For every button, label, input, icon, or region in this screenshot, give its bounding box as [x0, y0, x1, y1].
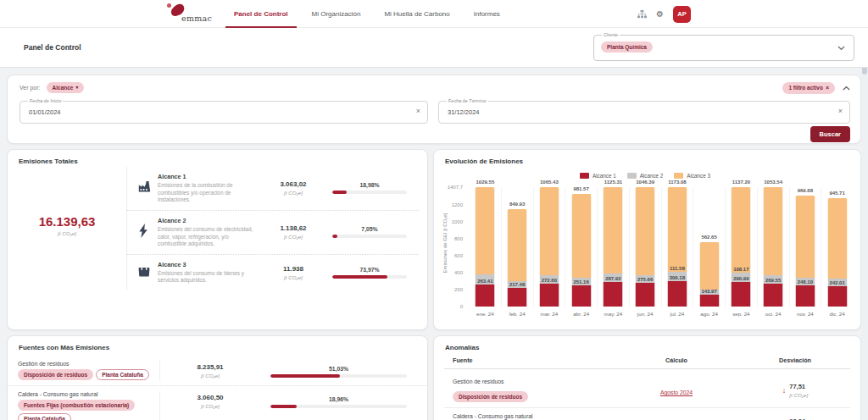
- arrow-down-icon: ↓: [782, 386, 787, 395]
- x-axis-label: oct. 24: [765, 311, 782, 317]
- scope-filter-chip[interactable]: Alcance ▾: [47, 82, 85, 93]
- tab-mi-huella-de-carbono[interactable]: Mi Huella de Carbono: [372, 0, 461, 28]
- active-filter-chip[interactable]: 1 filtro activo ×: [782, 82, 835, 94]
- alcance1-segment: [732, 282, 751, 307]
- source-unit: [t CO₂e]: [160, 403, 260, 409]
- x-axis-label: ago. 24: [700, 311, 718, 317]
- scope-name: Alcance 3: [158, 261, 256, 268]
- x-axis-label: may. 24: [604, 311, 623, 317]
- legend-swatch: [580, 173, 589, 179]
- tab-panel-de-control[interactable]: Panel de Control: [222, 0, 300, 28]
- y-tick: 1200: [452, 202, 463, 207]
- start-date-value: 01/01/2024: [29, 108, 61, 116]
- scope-row: Alcance 2Emisiones del consumo de electr…: [127, 210, 419, 254]
- segment-label: 272.60: [542, 278, 557, 283]
- alcance1-segment: [636, 283, 655, 307]
- anomaly-deviation-cell: ↓77,51[t CO₂e]: [740, 383, 850, 398]
- scope-unit: [t CO₂e]: [261, 234, 326, 240]
- bar-top-label: 1125.31: [604, 180, 622, 185]
- alcance1-segment: [604, 282, 623, 307]
- source-value-block: 3.060,50[t CO₂e]: [160, 391, 260, 420]
- page-header: Panel de Control Cliente Planta Química: [0, 28, 868, 68]
- stacked-bar: [699, 242, 719, 307]
- scope-value: 1.138,62: [261, 224, 326, 232]
- legend-item: Alcance 1: [580, 173, 616, 179]
- close-icon[interactable]: ×: [826, 84, 829, 92]
- scope-text: Alcance 3Emisiones del consumo de bienes…: [158, 261, 261, 285]
- stacked-bar: [764, 187, 783, 307]
- anomaly-calc-link[interactable]: Agosto 2024: [660, 390, 693, 395]
- start-date-label: Fecha de Inicio: [28, 98, 63, 104]
- chart-month-column: 251.16981.57abr. 24: [565, 187, 597, 307]
- clear-end-date-icon[interactable]: ×: [838, 107, 843, 115]
- scope-row: Alcance 1Emisiones de la combustión de c…: [127, 167, 419, 210]
- segment-label: 275.66: [637, 277, 653, 282]
- x-axis-label: nov. 24: [797, 311, 814, 317]
- alcance3-segment: [539, 187, 559, 275]
- bar-top-label: 562.65: [701, 235, 716, 240]
- progress-track: [332, 235, 407, 238]
- scope-description: Emisiones del consumo de bienes y servic…: [158, 270, 256, 285]
- collapse-chevron-up-icon[interactable]: [843, 86, 850, 91]
- deviation-value: 77,51: [789, 383, 808, 390]
- anomalies-title: Anomalías: [445, 344, 479, 351]
- search-button[interactable]: Buscar: [810, 126, 850, 142]
- chevron-down-icon[interactable]: [837, 46, 845, 51]
- filter-panel: Ver por: Alcance ▾ 1 filtro activo × Fec…: [7, 75, 861, 144]
- client-select[interactable]: Cliente Planta Química: [593, 35, 854, 61]
- source-tag-chip: Planta Cataluña: [96, 369, 149, 380]
- scope-rows: Alcance 1Emisiones de la combustión de c…: [126, 167, 419, 290]
- scope-text: Alcance 2Emisiones del consumo de electr…: [158, 217, 261, 248]
- segment-label: 143.97: [701, 289, 716, 294]
- start-date-field[interactable]: Fecha de Inicio 01/01/2024 ×: [19, 101, 428, 124]
- end-date-field[interactable]: Fecha de Término 31/12/2024 ×: [438, 101, 850, 124]
- settings-gear-icon[interactable]: ⚙: [656, 10, 664, 19]
- top-right-icons: ⚙ AP: [637, 0, 691, 28]
- progress-fill: [270, 374, 340, 378]
- alcance3-segment: [827, 198, 847, 279]
- x-axis-label: sep. 24: [732, 311, 749, 317]
- clear-start-date-icon[interactable]: ×: [416, 107, 420, 115]
- progress-fill: [332, 191, 347, 194]
- segment-label: 290.99: [733, 276, 748, 281]
- tab-informes[interactable]: Informes: [462, 0, 512, 28]
- grand-total-value: 16.139,63: [39, 214, 96, 229]
- anomalies-table-header: Fuente Cálculo Desviación: [444, 356, 850, 369]
- source-rows: Gestión de residuosDisposición de residu…: [8, 356, 427, 420]
- scope-value: 11.938: [261, 265, 326, 273]
- chart-month-column: 300.18111.581173.08jul. 24: [661, 187, 693, 307]
- bar-top-label: 1046.39: [636, 180, 654, 185]
- source-tag-chip: Planta Cataluña: [18, 413, 71, 420]
- bar-top-label: 981.57: [573, 186, 588, 191]
- scope-description: Emisiones de la combustión de combustibl…: [158, 182, 256, 204]
- scope-value: 3.063,02: [261, 180, 326, 188]
- source-percent: 51,03%: [270, 366, 407, 372]
- stacked-bar: [732, 187, 751, 307]
- legend-swatch: [627, 173, 637, 179]
- header-calc: Cálculo: [613, 356, 740, 364]
- y-tick: 1000: [452, 219, 463, 224]
- alcance1-segment: [571, 285, 591, 307]
- x-axis-label: jun. 24: [637, 311, 654, 317]
- bar-top-label: 1053.54: [764, 180, 782, 185]
- chart-title: Evolución de Emisiones: [445, 158, 523, 165]
- org-chart-icon[interactable]: [637, 7, 647, 22]
- tab-mi-organización[interactable]: Mi Organización: [300, 0, 373, 28]
- stacked-bar: [604, 187, 623, 307]
- progress-track: [270, 374, 407, 378]
- y-tick: 600: [454, 253, 463, 258]
- segment-label: 108.17: [733, 267, 748, 272]
- y-tick: 200: [454, 287, 463, 292]
- progress-track: [332, 275, 407, 279]
- anomaly-calc-cell: Agosto 2024: [613, 383, 740, 398]
- user-avatar[interactable]: AP: [673, 6, 691, 23]
- scope-name: Alcance 1: [158, 173, 256, 180]
- brand-name: emmac: [181, 14, 212, 23]
- chart-month-column: 263.411029.55ene. 24: [470, 187, 501, 307]
- scope-progress: 7,05%: [326, 226, 419, 238]
- segment-label: 251.16: [573, 279, 588, 285]
- segment-label: 269.55: [765, 278, 781, 283]
- source-name-block: Caldera - Consumo gas naturalFuentes Fij…: [18, 391, 160, 420]
- stacked-bar: [476, 187, 495, 307]
- alcance3-segment: [667, 187, 687, 272]
